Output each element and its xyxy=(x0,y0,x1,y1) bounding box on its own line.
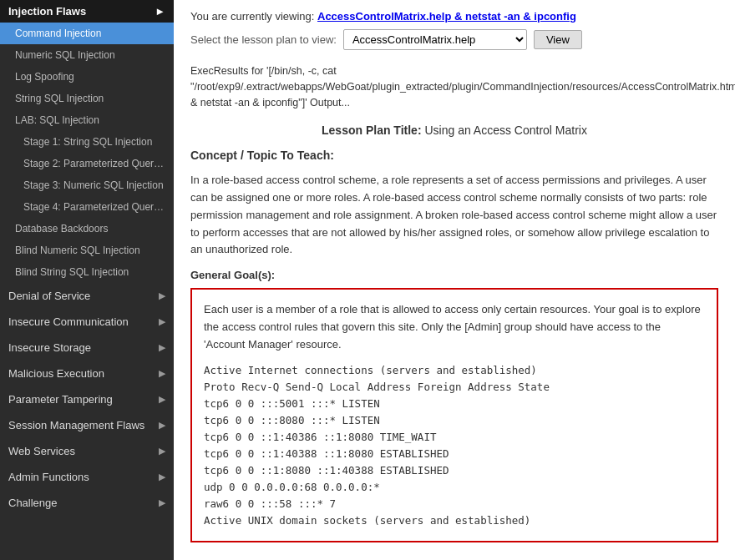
content-area[interactable]: You are currently viewing: AccessControl… xyxy=(174,0,735,560)
sidebar-category-0[interactable]: Denial of Service▶ xyxy=(0,283,174,309)
sidebar-item-0[interactable]: Command Injection xyxy=(0,23,174,44)
sidebar-category-1[interactable]: Insecure Communication▶ xyxy=(0,309,174,335)
terminal-line: Active UNIX domain sockets (servers and … xyxy=(204,512,705,529)
sidebar-item-3[interactable]: String SQL Injection xyxy=(0,88,174,109)
sidebar-item-7[interactable]: Stage 3: Numeric SQL Injection xyxy=(0,174,174,196)
chevron-icon-4: ▶ xyxy=(159,394,165,405)
concept-body: In a role-based access control scheme, a… xyxy=(190,172,718,259)
sidebar-category-label-1: Insecure Communication xyxy=(8,315,129,328)
sidebar-category-label-5: Session Management Flaws xyxy=(8,419,144,431)
sidebar-category-label-4: Parameter Tampering xyxy=(8,393,113,406)
general-goal: General Goal(s): xyxy=(190,269,718,281)
viewing-link[interactable]: AccessControlMatrix.help & netstat -an &… xyxy=(317,10,576,23)
sidebar-category-label-0: Denial of Service xyxy=(8,290,90,302)
select-label: Select the lesson plan to view: xyxy=(190,33,337,46)
chevron-icon-5: ▶ xyxy=(159,420,165,431)
lesson-plan-title-value: Using an Access Control Matrix xyxy=(424,124,587,137)
terminal-line: Proto Recv-Q Send-Q Local Address Foreig… xyxy=(204,379,705,396)
goal-box: Each user is a member of a role that is … xyxy=(190,288,718,542)
chevron-icon-1: ▶ xyxy=(159,316,165,327)
terminal-line: tcp6 0 0 :::8080 :::* LISTEN xyxy=(204,412,705,429)
concept-heading: Concept / Topic To Teach: xyxy=(190,149,718,162)
terminal-line: tcp6 0 0 ::1:40388 ::1:8080 ESTABLISHED xyxy=(204,446,705,462)
sidebar-item-10[interactable]: Blind Numeric SQL Injection xyxy=(0,240,174,261)
sidebar-item-4[interactable]: LAB: SQL Injection xyxy=(0,109,174,131)
lesson-plan-title: Lesson Plan Title: Using an Access Contr… xyxy=(190,124,718,137)
sidebar-category-label-8: Challenge xyxy=(8,497,58,509)
sidebar-category-4[interactable]: Parameter Tampering▶ xyxy=(0,386,174,412)
view-button[interactable]: View xyxy=(534,30,582,49)
chevron-icon-7: ▶ xyxy=(159,472,165,482)
sidebar-item-8[interactable]: Stage 4: Parameterized Query #2 xyxy=(0,196,174,218)
injection-flaws-label: Injection Flaws xyxy=(8,5,86,18)
goal-intro: Each user is a member of a role that is … xyxy=(204,301,705,353)
terminal-line: raw6 0 0 :::58 :::* 7 xyxy=(204,496,705,512)
sidebar-item-6[interactable]: Stage 2: Parameterized Query #1 xyxy=(0,153,174,174)
sidebar: Injection Flaws ► Command InjectionNumer… xyxy=(0,0,174,560)
sidebar-category-3[interactable]: Malicious Execution▶ xyxy=(0,361,174,386)
sidebar-category-8[interactable]: Challenge▶ xyxy=(0,490,174,516)
terminal-output: Active Internet connections (servers and… xyxy=(204,362,705,529)
chevron-icon-6: ▶ xyxy=(159,446,165,457)
sidebar-categories-container: Denial of Service▶Insecure Communication… xyxy=(0,283,174,516)
main-content: You are currently viewing: AccessControl… xyxy=(174,0,735,560)
lesson-plan-title-label: Lesson Plan Title: xyxy=(322,124,422,137)
chevron-icon-2: ▶ xyxy=(159,342,165,353)
sidebar-category-5[interactable]: Session Management Flaws▶ xyxy=(0,412,174,438)
exec-results: ExecResults for '[/bin/sh, -c, cat "/roo… xyxy=(190,63,718,110)
terminal-line: tcp6 0 0 :::5001 :::* LISTEN xyxy=(204,396,705,412)
sidebar-item-5[interactable]: Stage 1: String SQL Injection xyxy=(0,131,174,153)
terminal-line: tcp6 0 0 ::1:40386 ::1:8080 TIME_WAIT xyxy=(204,429,705,446)
chevron-icon-3: ▶ xyxy=(159,368,165,379)
terminal-line: udp 0 0 0.0.0.0:68 0.0.0.0:* xyxy=(204,479,705,496)
viewing-prefix: You are currently viewing: xyxy=(190,10,317,23)
sidebar-items-container: Command InjectionNumeric SQL InjectionLo… xyxy=(0,23,174,283)
sidebar-category-label-7: Admin Functions xyxy=(8,471,89,483)
terminal-line: Active Internet connections (servers and… xyxy=(204,362,705,379)
sidebar-item-2[interactable]: Log Spoofing xyxy=(0,66,174,88)
lesson-select-row: Select the lesson plan to view: AccessCo… xyxy=(190,29,718,50)
sidebar-item-9[interactable]: Database Backdoors xyxy=(0,218,174,240)
sidebar-category-label-3: Malicious Execution xyxy=(8,367,104,380)
viewing-line: You are currently viewing: AccessControl… xyxy=(190,10,718,23)
chevron-icon-8: ▶ xyxy=(159,497,165,508)
sidebar-category-injection-flaws[interactable]: Injection Flaws ► xyxy=(0,0,174,23)
terminal-line: tcp6 0 0 ::1:8080 ::1:40388 ESTABLISHED xyxy=(204,462,705,479)
sidebar-category-7[interactable]: Admin Functions▶ xyxy=(0,464,174,490)
exec-results-text: ExecResults for '[/bin/sh, -c, cat "/roo… xyxy=(190,65,735,108)
lesson-plan-select[interactable]: AccessControlMatrix.help xyxy=(343,29,527,50)
sidebar-category-label-2: Insecure Storage xyxy=(8,341,91,354)
injection-flaws-chevron: ► xyxy=(155,5,165,18)
sidebar-category-2[interactable]: Insecure Storage▶ xyxy=(0,335,174,361)
sidebar-category-6[interactable]: Web Services▶ xyxy=(0,438,174,464)
sidebar-item-1[interactable]: Numeric SQL Injection xyxy=(0,44,174,66)
chevron-icon-0: ▶ xyxy=(159,290,165,301)
sidebar-item-11[interactable]: Blind String SQL Injection xyxy=(0,261,174,283)
sidebar-category-label-6: Web Services xyxy=(8,445,75,457)
